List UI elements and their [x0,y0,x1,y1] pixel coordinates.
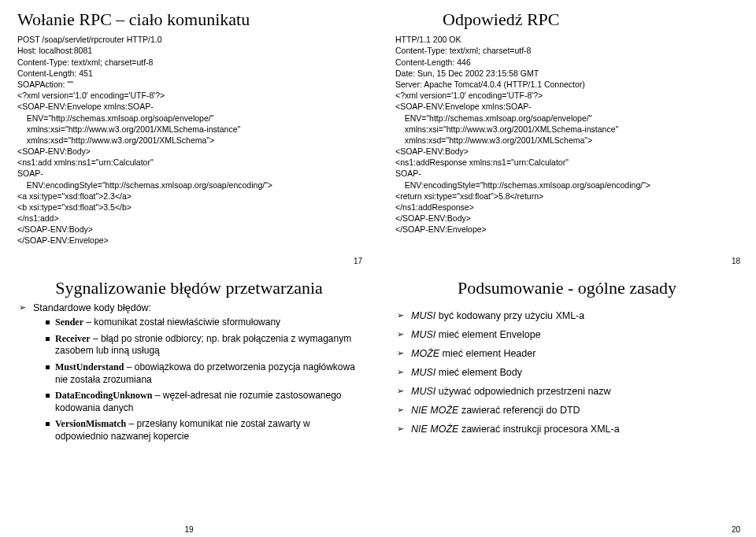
item-text: mieć element Envelope [435,329,540,340]
bullet-list: MUSI być kodowany przy użyciu XML-aMUSI … [395,310,739,443]
slide-19: Sygnalizowanie błędów przetwarzania Stan… [0,268,378,537]
term: DataEncodingUnknown [55,390,152,401]
emphasis: MUSI [411,367,435,378]
code-block: POST /soap/servlet/rpcrouter HTTP/1.0 Ho… [17,34,361,246]
list-item: MUSI mieć element Body [400,367,739,378]
slide-title: Wołanie RPC – ciało komunikatu [17,9,361,29]
item-text: mieć element Body [435,367,522,378]
page-number: 19 [184,525,193,534]
page-number: 18 [732,257,740,265]
term: MustUnderstand [55,361,124,372]
emphasis: MOŻE [411,348,439,359]
list-item: MUSI mieć element Envelope [400,329,739,340]
code-block: HTTP/1.1 200 OK Content-Type: text/xml; … [395,34,739,235]
item-text: być kodowany przy użyciu XML-a [435,310,584,321]
item-text: zawierać referencji do DTD [458,405,580,416]
emphasis: NIE MOŻE [411,424,458,435]
item-text: zawierać instrukcji procesora XML-a [458,424,619,435]
page-number: 17 [354,257,362,265]
list-item: MustUnderstand – obowiązkowa do przetwor… [46,361,361,386]
list-intro: Standardowe kody błędów: [33,302,151,313]
list-item: NIE MOŻE zawierać referencji do DTD [400,405,739,416]
item-text: mieć element Header [439,348,536,359]
slide-title: Sygnalizowanie błędów przetwarzania [17,278,361,298]
item-text: używać odpowiednich przestrzeni nazw [435,386,610,397]
slide-17: Wołanie RPC – ciało komunikatu POST /soa… [0,0,378,268]
term: Receiver [55,333,91,344]
list-item: NIE MOŻE zawierać instrukcji procesora X… [400,424,739,435]
term: VersionMismatch [55,418,126,429]
slide-20: Podsumowanie - ogólne zasady MUSI być ko… [378,268,756,537]
list-item: MUSI być kodowany przy użyciu XML-a [400,310,739,321]
item-text: – błąd po stronie odbiorcy; np. brak poł… [55,333,351,357]
slide-title: Podsumowanie - ogólne zasady [395,278,739,298]
emphasis: MUSI [411,386,435,397]
list-item: Receiver – błąd po stronie odbiorcy; np.… [46,333,361,357]
list-item: VersionMismatch – przesłany komunikat ni… [46,418,361,443]
list-item: MOŻE mieć element Header [400,348,739,359]
term: Sender [55,317,83,328]
list-item: MUSI używać odpowiednich przestrzeni naz… [400,386,739,397]
list-item: Standardowe kody błędów: Sender – komuni… [22,302,361,443]
emphasis: NIE MOŻE [411,405,458,416]
emphasis: MUSI [411,329,435,340]
slide-18: Odpowiedź RPC HTTP/1.1 200 OK Content-Ty… [378,0,756,268]
emphasis: MUSI [411,310,435,321]
slide-title: Odpowiedź RPC [395,9,739,29]
item-text: – komunikat został niewłaściwie sformuło… [83,317,280,328]
list-item: Sender – komunikat został niewłaściwie s… [46,317,361,329]
bullet-list: Standardowe kody błędów: Sender – komuni… [17,302,361,447]
page-number: 20 [732,525,740,534]
list-item: DataEncodingUnknown – węzeł-adresat nie … [46,390,361,414]
